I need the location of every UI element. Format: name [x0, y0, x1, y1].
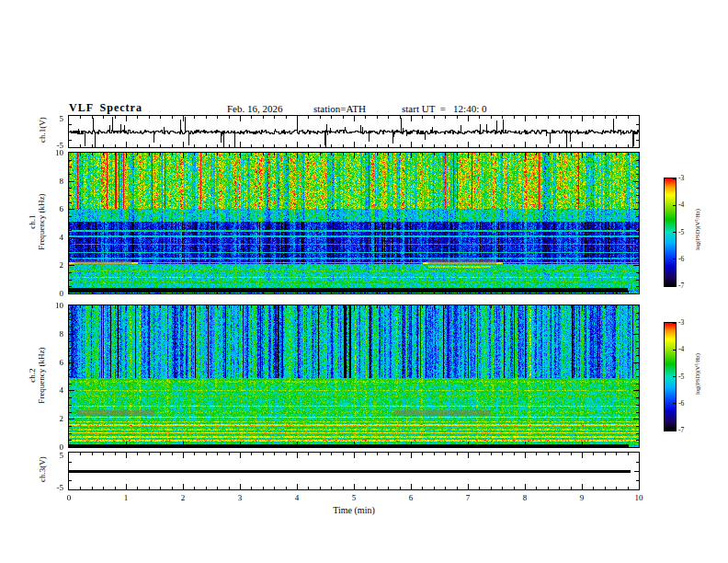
ch1-freq-tick-label: 4 — [41, 233, 63, 242]
time-axis-label: Time (min) — [326, 505, 381, 515]
ch1-spectrogram-panel — [68, 152, 640, 294]
colorbar-ch1-gradient — [665, 178, 676, 286]
ch1-freq-tick-label: 2 — [41, 260, 63, 270]
time-tick-label: 4 — [288, 493, 306, 502]
ch1-freq-tick-label: 0 — [41, 289, 63, 298]
ch1-volt-tick-label: 5 — [41, 114, 63, 123]
time-tick-label: 7 — [459, 493, 477, 502]
plot-date: Feb. 16, 2026 — [227, 103, 283, 114]
colorbar-ch2-gradient — [665, 323, 676, 431]
colorbar-ch1 — [664, 178, 677, 287]
ch2-freq-tick-label: 4 — [41, 385, 63, 395]
ch2-freq-tick-label: 8 — [41, 329, 63, 339]
ch3-waveform-canvas — [69, 453, 639, 489]
colorbar-ch2 — [664, 322, 677, 431]
plot-title: VLF Spectra — [69, 101, 142, 115]
ch2-spectrogram-panel — [68, 304, 640, 448]
plot-start-ut: start UT = 12:40: 0 — [402, 103, 486, 114]
time-tick-label: 10 — [630, 493, 648, 502]
colorbar-ch1-tick-label: -6 — [678, 255, 697, 263]
ch2-freq-tick-label: 10 — [41, 301, 63, 310]
time-tick-label: 2 — [174, 493, 192, 502]
time-tick-label: 5 — [345, 493, 363, 502]
ch3-volt-tick-label: 5 — [41, 451, 63, 460]
colorbar-ch2-tick-label: -6 — [678, 399, 697, 408]
plot-station: station=ATH — [313, 103, 366, 114]
colorbar-ch2-tick-label: -3 — [678, 318, 697, 327]
ch1-waveform-panel — [68, 115, 640, 148]
ch2-spectrogram-canvas — [69, 305, 639, 447]
colorbar-ch2-tick-label: -5 — [678, 373, 697, 381]
time-tick-label: 1 — [117, 493, 135, 502]
ch1-frequency-axis-label-line2: Frequency (kHz) — [37, 144, 46, 300]
ch1-waveform-canvas — [69, 116, 639, 147]
ch1-volt-tick-label: -5 — [41, 141, 63, 150]
ch3-volt-tick-label: -5 — [41, 483, 63, 492]
vlf-spectra-figure: VLF Spectra Feb. 16, 2026 station=ATH st… — [0, 0, 728, 563]
colorbar-ch1-tick-label: -5 — [678, 228, 697, 236]
time-tick-label: 0 — [60, 493, 78, 502]
colorbar-ch1-tick-label: -7 — [678, 282, 697, 290]
colorbar-ch2-tick-label: -4 — [678, 345, 697, 353]
ch1-freq-tick-label: 8 — [41, 177, 63, 186]
ch1-frequency-axis-label-line1: ch.1 — [28, 144, 37, 300]
ch1-frequency-axis-label: ch.1 Frequency (kHz) — [28, 144, 46, 300]
colorbar-ch2-tick-label: -7 — [678, 426, 697, 434]
time-tick-label: 8 — [516, 493, 534, 502]
ch1-spectrogram-canvas — [69, 153, 639, 293]
ch1-freq-tick-label: 6 — [41, 204, 63, 213]
colorbar-ch1-tick-label: -3 — [678, 174, 697, 182]
ch2-frequency-axis-label: ch.2 Frequency (kHz) — [28, 297, 46, 454]
ch3-waveform-panel — [68, 452, 640, 490]
ch2-freq-tick-label: 2 — [41, 414, 63, 423]
ch2-frequency-axis-label-line2: Frequency (kHz) — [37, 297, 46, 454]
ch2-frequency-axis-label-line1: ch.2 — [28, 297, 37, 454]
time-tick-label: 3 — [231, 493, 249, 502]
time-tick-label: 9 — [573, 493, 591, 502]
time-tick-label: 6 — [402, 493, 420, 502]
colorbar-ch1-tick-label: -4 — [678, 201, 697, 209]
ch2-freq-tick-label: 6 — [41, 358, 63, 367]
